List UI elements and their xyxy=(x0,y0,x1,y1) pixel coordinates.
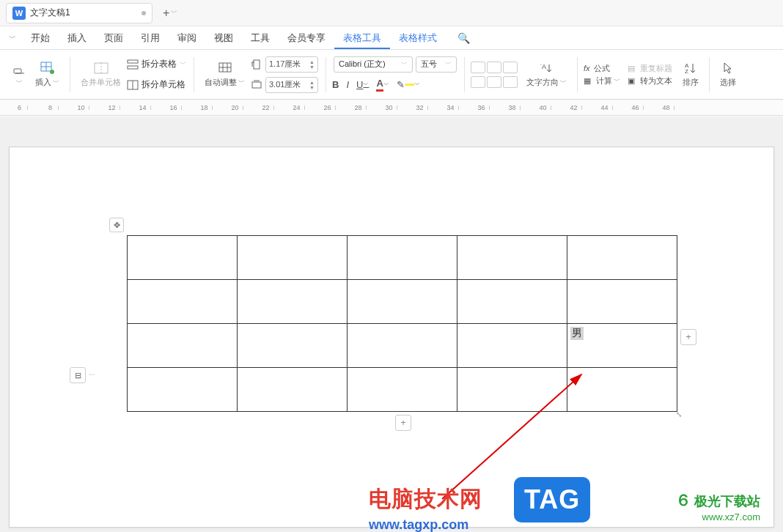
delete-split-button[interactable]: ﹀ xyxy=(7,60,31,89)
font-color-button[interactable]: A﹀ xyxy=(376,78,389,92)
table-cell[interactable] xyxy=(457,324,567,368)
watermark-tagxp: 电脑技术网 www.tagxp.com xyxy=(369,484,482,532)
highlight-icon: ✎ xyxy=(397,79,405,90)
table-cell[interactable] xyxy=(457,236,567,280)
table-cell[interactable] xyxy=(238,324,348,368)
table-cell[interactable] xyxy=(348,368,457,412)
plus-icon: + xyxy=(163,7,169,20)
italic-button[interactable]: I xyxy=(346,79,349,90)
font-size-select[interactable]: 五号﹀ xyxy=(416,56,457,73)
table-row xyxy=(128,280,677,324)
sort-icon: AZ xyxy=(683,61,698,75)
menu-item-1[interactable]: 插入 xyxy=(59,27,95,49)
table-cell[interactable] xyxy=(567,368,677,412)
cursor-icon xyxy=(721,61,735,75)
swirl-icon: ６ xyxy=(675,491,691,509)
insert-button[interactable]: 插入﹀ xyxy=(31,59,64,89)
calculate-button[interactable]: ▦ 计算﹀ xyxy=(584,75,620,86)
sort-button[interactable]: AZ 排序 xyxy=(678,59,703,89)
table-cell[interactable] xyxy=(567,280,677,324)
convert-to-text-button[interactable]: ▣ 转为文本 xyxy=(628,75,672,86)
col-width-icon xyxy=(251,78,262,92)
table-cell[interactable] xyxy=(348,280,457,324)
menu-item-6[interactable]: 工具 xyxy=(242,27,279,49)
table-row xyxy=(128,368,677,412)
word-badge-icon: W xyxy=(12,7,26,20)
table-resize-handle[interactable]: ⤡ xyxy=(676,410,685,419)
repeat-header-icon: ▤ xyxy=(628,64,635,73)
menu-item-8[interactable]: 表格工具 xyxy=(334,27,390,49)
font-family-select[interactable]: Calibri (正文)﹀ xyxy=(334,56,413,73)
tab-modified-dot-icon xyxy=(141,11,146,15)
chevron-down-icon: ﹀ xyxy=(171,8,177,18)
table-wrapper: ✥ 男 + + ⤡ xyxy=(127,235,677,412)
document-page[interactable]: ⊟ ﹀ ✥ 男 + + ⤡ 电脑技术网 www.tagxp.com TAG ６极… xyxy=(9,147,774,528)
table-move-handle[interactable]: ✥ xyxy=(109,218,124,232)
to-text-icon: ▣ xyxy=(628,76,635,86)
highlight-color-button[interactable]: ✎﹀ xyxy=(397,79,420,90)
table-cell[interactable] xyxy=(128,236,238,280)
underline-button[interactable]: U﹀ xyxy=(356,79,369,90)
svg-text:Z: Z xyxy=(685,68,688,75)
table-cell[interactable] xyxy=(348,236,457,280)
table-cell[interactable] xyxy=(567,236,677,280)
split-cells-button[interactable]: 拆分单元格 xyxy=(125,75,188,95)
document-table[interactable]: 男 xyxy=(127,235,677,412)
row-height-input[interactable]: 1.17厘米▲▼ xyxy=(265,56,318,73)
svg-rect-9 xyxy=(128,66,138,69)
formula-button[interactable]: fx fx 公式公式 xyxy=(584,63,620,74)
align-top-right[interactable] xyxy=(503,62,518,73)
table-cell[interactable]: 男 xyxy=(567,324,677,368)
add-column-button[interactable]: + xyxy=(680,329,696,345)
table-cell[interactable] xyxy=(238,280,348,324)
menu-overflow-left[interactable]: ﹀ xyxy=(4,33,21,43)
row-options-icon: ⊟ xyxy=(70,367,86,383)
col-width-input[interactable]: 3.01厘米▲▼ xyxy=(265,77,318,93)
auto-adjust-icon xyxy=(218,61,232,75)
align-mid-right[interactable] xyxy=(503,76,518,88)
search-icon[interactable]: 🔍 xyxy=(457,32,470,44)
text-direction-button[interactable]: ͐A 文字方向﹀ xyxy=(522,59,571,89)
svg-point-5 xyxy=(50,70,54,74)
select-button[interactable]: 选择 xyxy=(716,59,740,89)
menu-item-3[interactable]: 引用 xyxy=(132,27,169,49)
new-tab-button[interactable]: + ﹀ xyxy=(158,4,182,23)
bold-button[interactable]: B xyxy=(332,79,339,90)
menu-item-2[interactable]: 页面 xyxy=(95,27,132,49)
eraser-icon xyxy=(12,62,26,76)
table-cell[interactable] xyxy=(457,280,567,324)
split-table-icon xyxy=(127,59,139,70)
table-cell[interactable] xyxy=(348,324,457,368)
menu-item-7[interactable]: 会员专享 xyxy=(279,27,334,49)
chevron-down-icon: ﹀ xyxy=(89,371,95,380)
split-table-button[interactable]: 拆分表格﹀ xyxy=(125,55,188,74)
align-mid-left[interactable] xyxy=(471,76,485,88)
menu-item-0[interactable]: 开始 xyxy=(22,27,59,49)
table-cell[interactable] xyxy=(457,368,567,412)
split-cells-icon xyxy=(127,79,139,91)
svg-rect-16 xyxy=(254,60,260,69)
repeat-header-button: ▤ 重复标题 xyxy=(628,63,672,74)
text-direction-icon: ͐A xyxy=(540,61,554,75)
table-cell[interactable] xyxy=(128,280,238,324)
insert-table-icon xyxy=(40,61,55,75)
menu-item-5[interactable]: 视图 xyxy=(205,27,242,49)
align-top-center[interactable] xyxy=(487,62,501,73)
alignment-grid-top xyxy=(471,62,518,73)
align-top-left[interactable] xyxy=(471,62,485,73)
add-row-button[interactable]: + xyxy=(395,415,411,431)
table-cell[interactable] xyxy=(128,324,238,368)
tag-badge: TAG xyxy=(514,477,590,522)
document-tab[interactable]: W 文字文稿1 xyxy=(6,3,152,23)
table-cell[interactable] xyxy=(238,368,348,412)
menu-item-9[interactable]: 表格样式 xyxy=(390,27,446,49)
svg-text:͐A: ͐A xyxy=(540,63,546,70)
cell-text: 男 xyxy=(570,327,584,340)
align-mid-center[interactable] xyxy=(487,76,501,88)
row-height-icon xyxy=(251,57,262,72)
row-options-handle[interactable]: ⊟ ﹀ xyxy=(70,367,95,383)
table-cell[interactable] xyxy=(128,368,238,412)
table-cell[interactable] xyxy=(238,236,348,280)
menu-item-4[interactable]: 审阅 xyxy=(169,27,205,49)
auto-adjust-button[interactable]: 自动调整﹀ xyxy=(200,59,249,89)
